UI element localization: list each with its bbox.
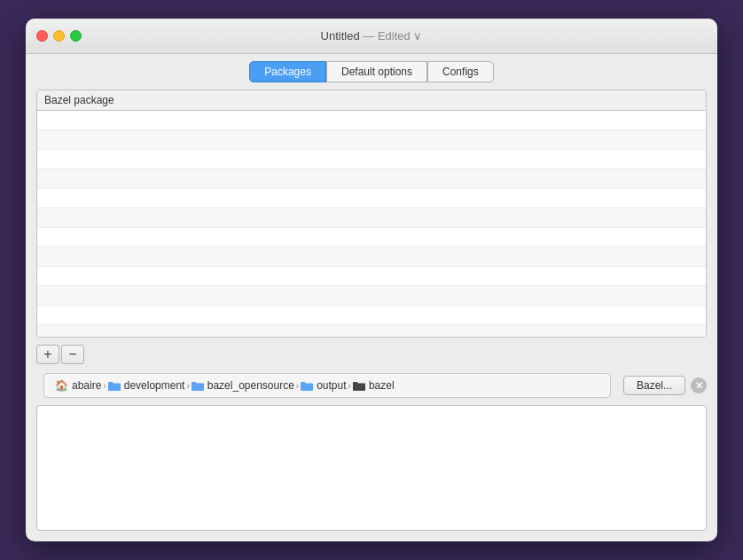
packages-table: Bazel package bbox=[36, 89, 707, 338]
table-row[interactable] bbox=[37, 228, 706, 247]
minimize-button[interactable] bbox=[53, 30, 65, 42]
window-title: Untitled — Edited ∨ bbox=[321, 29, 423, 43]
table-row[interactable] bbox=[37, 247, 706, 267]
folder-blue-icon-3 bbox=[301, 381, 313, 391]
tab-default-options[interactable]: Default options bbox=[326, 61, 427, 82]
path-bar: 🏠 abaire › development › baze bbox=[43, 373, 611, 398]
main-window: Untitled — Edited ∨ Packages Default opt… bbox=[26, 19, 717, 541]
table-rows bbox=[37, 111, 706, 338]
table-row[interactable] bbox=[37, 189, 706, 208]
path-chevron: › bbox=[296, 381, 299, 391]
bottom-text-area[interactable] bbox=[36, 405, 707, 531]
path-segment-home: 🏠 abaire bbox=[55, 379, 101, 392]
folder-blue-icon bbox=[108, 381, 121, 391]
title-bar: Untitled — Edited ∨ bbox=[26, 19, 717, 54]
close-button[interactable] bbox=[36, 30, 48, 42]
table-row[interactable] bbox=[37, 306, 706, 325]
path-segment-home-label: abaire bbox=[72, 379, 101, 392]
table-row[interactable] bbox=[37, 208, 706, 228]
tab-toolbar: Packages Default options Configs bbox=[26, 54, 717, 89]
path-segment-bazel-opensource: bazel_opensource bbox=[192, 379, 294, 392]
path-segment-bazel-opensource-label: bazel_opensource bbox=[207, 379, 294, 392]
path-row: 🏠 abaire › development › baze bbox=[36, 373, 707, 398]
path-segment-output: output bbox=[301, 379, 346, 392]
table-row[interactable] bbox=[37, 169, 706, 189]
path-segment-output-label: output bbox=[317, 379, 346, 392]
table-row[interactable] bbox=[37, 150, 706, 169]
table-row[interactable] bbox=[37, 267, 706, 286]
remove-button[interactable]: − bbox=[61, 345, 84, 364]
clear-button[interactable]: ✕ bbox=[691, 377, 707, 393]
traffic-lights bbox=[36, 30, 82, 42]
path-chevron: › bbox=[186, 381, 189, 391]
content-area: Bazel package + − bbox=[26, 89, 717, 541]
path-segment-bazel: bazel bbox=[353, 379, 395, 392]
home-icon: 🏠 bbox=[55, 379, 68, 392]
add-button[interactable]: + bbox=[36, 345, 59, 364]
table-header: Bazel package bbox=[37, 90, 706, 111]
path-chevron: › bbox=[348, 381, 351, 391]
path-segment-development: development bbox=[108, 379, 185, 392]
path-chevron: › bbox=[103, 381, 106, 391]
browse-button[interactable]: Bazel... bbox=[623, 376, 685, 395]
tab-packages[interactable]: Packages bbox=[249, 61, 326, 82]
path-segment-development-label: development bbox=[124, 379, 185, 392]
table-row[interactable] bbox=[37, 286, 706, 306]
table-row[interactable] bbox=[37, 111, 706, 130]
add-remove-controls: + − bbox=[36, 345, 707, 366]
folder-dark-icon bbox=[353, 381, 365, 391]
tab-configs[interactable]: Configs bbox=[427, 61, 494, 82]
maximize-button[interactable] bbox=[70, 30, 82, 42]
path-segment-bazel-label: bazel bbox=[369, 379, 395, 392]
folder-blue-icon-2 bbox=[192, 381, 204, 391]
table-row[interactable] bbox=[37, 325, 706, 338]
table-row[interactable] bbox=[37, 130, 706, 150]
